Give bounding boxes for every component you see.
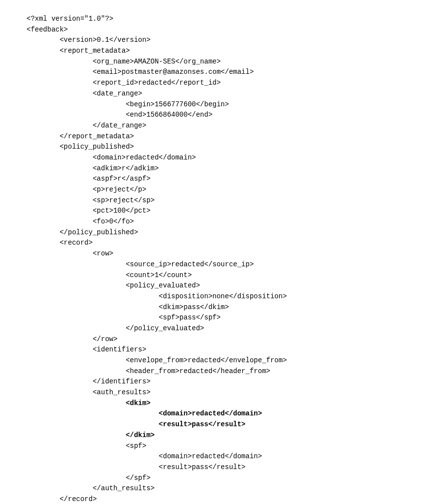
code-line: <count>1</count> — [27, 270, 445, 281]
code-line: <dkim> — [27, 398, 445, 409]
code-line: <end>1566864000</end> — [27, 110, 445, 121]
code-line: <record> — [27, 238, 445, 249]
code-line: </identifiers> — [27, 377, 445, 387]
code-line: </policy_published> — [27, 227, 445, 238]
code-line: <p>reject</p> — [27, 185, 445, 195]
code-line: <dkim>pass</dkim> — [27, 302, 445, 313]
code-line: <sp>reject</sp> — [27, 195, 445, 206]
code-line: <report_metadata> — [27, 46, 445, 57]
code-line: <row> — [27, 249, 445, 259]
code-line: </auth_results> — [27, 483, 445, 494]
code-line: <policy_evaluated> — [27, 281, 445, 291]
code-line: <auth_results> — [27, 387, 445, 398]
code-line: <?xml version="1.0"?> — [27, 14, 445, 25]
code-line: </date_range> — [27, 121, 445, 131]
code-line: <fo>0</fo> — [27, 217, 445, 227]
code-line: <disposition>none</disposition> — [27, 291, 445, 302]
code-line: <aspf>r</aspf> — [27, 174, 445, 185]
code-line: <header_from>redacted</header_from> — [27, 366, 445, 377]
code-line: </row> — [27, 334, 445, 345]
code-line: <domain>redacted</domain> — [27, 153, 445, 163]
code-line: <domain>redacted</domain> — [27, 451, 445, 462]
code-line: </report_metadata> — [27, 131, 445, 142]
code-line: <date_range> — [27, 89, 445, 99]
code-line: <pct>100</pct> — [27, 206, 445, 217]
code-line: <report_id>redacted</report_id> — [27, 78, 445, 89]
code-line: <spf>pass</spf> — [27, 313, 445, 323]
code-line: <source_ip>redacted</source_ip> — [27, 259, 445, 270]
code-line: </record> — [27, 494, 445, 504]
code-line: </spf> — [27, 473, 445, 484]
code-block: <?xml version="1.0"?><feedback> <version… — [0, 0, 445, 504]
code-line: <spf> — [27, 441, 445, 452]
code-line: <email>postmaster@amazonses.com</email> — [27, 67, 445, 78]
code-line: <identifiers> — [27, 345, 445, 355]
code-line: <org_name>AMAZON-SES</org_name> — [27, 57, 445, 67]
code-line: <domain>redacted</domain> — [27, 409, 445, 419]
code-line: </dkim> — [27, 430, 445, 441]
code-line: </policy_evaluated> — [27, 323, 445, 334]
code-line: <version>0.1</version> — [27, 35, 445, 46]
code-line: <adkim>r</adkim> — [27, 163, 445, 174]
code-line: <policy_published> — [27, 142, 445, 153]
code-line: <result>pass</result> — [27, 462, 445, 473]
code-line: <begin>1566777600</begin> — [27, 99, 445, 110]
code-line: <feedback> — [27, 25, 445, 35]
code-line: <envelope_from>redacted</envelope_from> — [27, 355, 445, 366]
code-line: <result>pass</result> — [27, 419, 445, 430]
